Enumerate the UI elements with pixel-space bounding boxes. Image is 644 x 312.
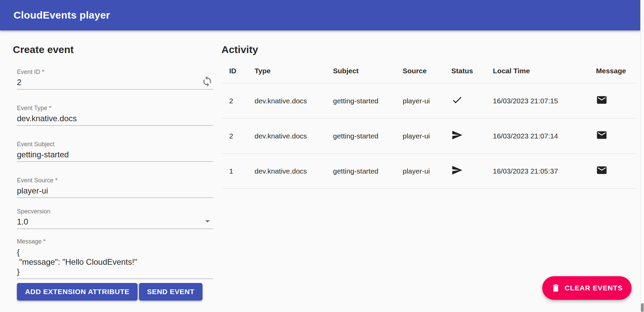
cell-status — [451, 154, 493, 189]
table-row: 2 dev.knative.docs getting-started playe… — [221, 119, 636, 154]
app-title: CloudEvents player — [14, 9, 110, 21]
table-row: 1 dev.knative.docs getting-started playe… — [221, 154, 636, 189]
clear-events-button[interactable]: CLEAR EVENTS — [542, 276, 631, 300]
cell-subject: getting-started — [333, 154, 403, 189]
col-header-message: Message — [586, 56, 636, 83]
event-id-field: Event ID * — [17, 68, 213, 89]
activity-table: ID Type Subject Source Status Local Time… — [221, 56, 636, 189]
activity-heading: Activity — [221, 43, 636, 56]
message-textarea[interactable]: { "message": "Hello CloudEvents!" } — [17, 247, 213, 279]
cell-status — [451, 119, 493, 154]
cell-type: dev.knative.docs — [255, 83, 333, 119]
chevron-down-icon[interactable] — [202, 216, 213, 228]
cell-local-time: 16/03/2023 21:07:15 — [493, 83, 586, 119]
create-event-form: Event ID * Event Type * Event Subject Ev… — [17, 68, 213, 301]
cell-source: player-ui — [403, 119, 451, 154]
event-id-label: Event ID * — [17, 68, 213, 76]
event-id-input[interactable] — [17, 78, 201, 89]
cell-status — [451, 83, 493, 119]
cell-type: dev.knative.docs — [255, 154, 333, 189]
send-icon — [451, 164, 463, 178]
cell-subject: getting-started — [333, 83, 403, 119]
form-actions: ADD EXTENSION ATTRIBUTE SEND EVENT — [17, 283, 213, 301]
event-subject-field: Event Subject — [17, 140, 213, 162]
event-type-input[interactable] — [17, 114, 213, 125]
vertical-scrollbar[interactable] — [640, 0, 644, 312]
trash-icon — [551, 283, 560, 293]
cell-message[interactable] — [586, 154, 636, 189]
email-icon[interactable] — [596, 164, 607, 178]
message-label: Message * — [17, 238, 213, 245]
col-header-source: Source — [403, 56, 451, 83]
specversion-select[interactable]: 1.0 — [17, 215, 213, 229]
col-header-local-time: Local Time — [493, 56, 586, 83]
cell-subject: getting-started — [333, 119, 403, 154]
email-icon[interactable] — [596, 94, 607, 107]
create-event-panel: Create event Event ID * Event Type * Eve… — [13, 30, 213, 301]
cell-id: 2 — [221, 83, 255, 119]
event-source-input[interactable] — [17, 186, 213, 198]
col-header-status: Status — [451, 56, 493, 83]
autorenew-icon[interactable] — [201, 76, 213, 88]
email-icon[interactable] — [596, 129, 607, 142]
cell-id: 1 — [221, 154, 255, 189]
send-icon — [451, 129, 463, 142]
col-header-id: ID — [221, 56, 255, 83]
event-source-label: Event Source * — [17, 177, 213, 184]
cell-type: dev.knative.docs — [255, 119, 333, 154]
check-icon — [451, 94, 463, 107]
event-subject-input[interactable] — [17, 150, 213, 161]
cell-id: 2 — [221, 119, 255, 154]
scrollbar-thumb[interactable] — [641, 303, 644, 312]
cell-local-time: 16/03/2023 21:07:14 — [493, 119, 586, 154]
app-bar: CloudEvents player — [0, 0, 640, 30]
cell-message[interactable] — [586, 119, 636, 154]
message-field: Message * { "message": "Hello CloudEvent… — [17, 238, 213, 279]
col-header-type: Type — [255, 56, 333, 83]
specversion-field: Specversion 1.0 — [17, 208, 213, 229]
send-event-button[interactable]: SEND EVENT — [139, 283, 202, 301]
event-subject-label: Event Subject — [17, 140, 213, 148]
event-type-label: Event Type * — [17, 104, 213, 112]
col-header-subject: Subject — [333, 56, 403, 83]
activity-header-row: ID Type Subject Source Status Local Time… — [221, 56, 636, 83]
clear-events-label: CLEAR EVENTS — [565, 284, 623, 292]
event-source-field: Event Source * — [17, 177, 213, 198]
add-extension-attribute-button[interactable]: ADD EXTENSION ATTRIBUTE — [17, 283, 138, 301]
cell-source: player-ui — [403, 154, 451, 189]
cell-message[interactable] — [586, 83, 636, 119]
specversion-label: Specversion — [17, 208, 213, 215]
specversion-value[interactable]: 1.0 — [17, 217, 202, 229]
cell-local-time: 16/03/2023 21:05:37 — [493, 154, 586, 189]
event-type-field: Event Type * — [17, 104, 213, 126]
create-event-heading: Create event — [13, 43, 213, 56]
activity-panel: Activity ID Type Subject Source Status L… — [216, 30, 636, 189]
cell-source: player-ui — [403, 83, 451, 119]
table-row: 2 dev.knative.docs getting-started playe… — [221, 83, 636, 119]
